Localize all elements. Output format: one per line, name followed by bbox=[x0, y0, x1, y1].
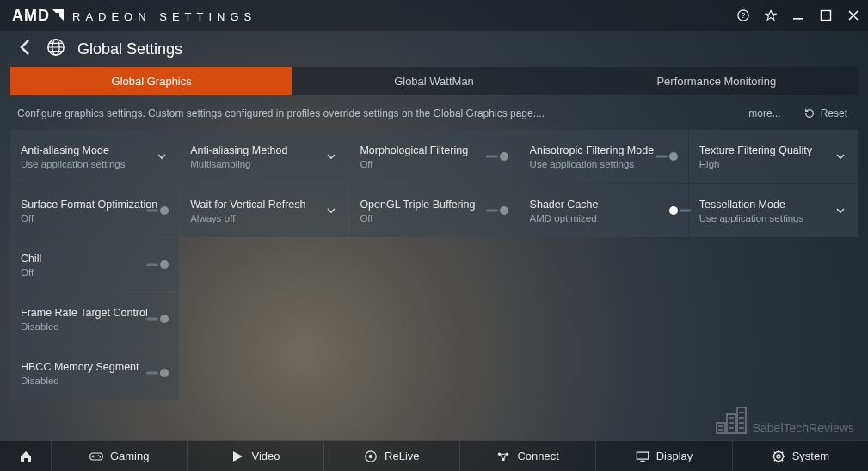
titlebar: AMD RADEON SETTINGS ? bbox=[0, 0, 868, 31]
tab-global-graphics[interactable]: Global Graphics bbox=[10, 67, 292, 95]
amd-logo-text: AMD bbox=[12, 7, 64, 25]
svg-point-21 bbox=[369, 454, 372, 457]
setting-tile[interactable]: HBCC Memory SegmentDisabled bbox=[10, 346, 179, 400]
empty-cell bbox=[180, 292, 348, 346]
help-icon[interactable]: ? bbox=[737, 9, 749, 21]
setting-tile[interactable]: Shader CacheAMD optimized bbox=[520, 184, 688, 237]
favorite-icon[interactable] bbox=[765, 9, 777, 21]
svg-line-32 bbox=[773, 451, 775, 453]
setting-tile[interactable]: Anti-aliasing ModeUse application settin… bbox=[10, 130, 179, 183]
back-button[interactable] bbox=[15, 38, 34, 61]
empty-cell bbox=[520, 346, 688, 400]
setting-label: Surface Format Optimization bbox=[21, 199, 157, 211]
setting-label: Frame Rate Target Control bbox=[21, 307, 148, 319]
chevron-down-icon bbox=[155, 150, 169, 163]
nav-home[interactable] bbox=[0, 441, 52, 471]
toggle-switch[interactable] bbox=[160, 315, 169, 323]
setting-tile[interactable]: Frame Rate Target ControlDisabled bbox=[10, 292, 179, 346]
svg-rect-7 bbox=[727, 414, 736, 433]
bottom-nav: Gaming Video ReLive Connect Display Syst… bbox=[0, 440, 868, 471]
tab-performance-monitoring[interactable]: Performance Monitoring bbox=[576, 67, 858, 95]
setting-tile[interactable]: ChillOff bbox=[10, 238, 179, 291]
empty-cell bbox=[520, 292, 688, 346]
chevron-down-icon bbox=[324, 150, 338, 163]
setting-value: Disabled bbox=[21, 376, 139, 386]
page-heading: Global Settings bbox=[0, 31, 868, 67]
gear-icon bbox=[772, 450, 785, 463]
close-icon[interactable] bbox=[847, 9, 859, 21]
setting-label: Texture Filtering Quality bbox=[699, 144, 812, 156]
minimize-icon[interactable] bbox=[792, 9, 804, 21]
setting-label: Tessellation Mode bbox=[699, 199, 803, 211]
svg-line-33 bbox=[781, 459, 783, 461]
nav-gaming[interactable]: Gaming bbox=[52, 441, 188, 471]
nav-label: Gaming bbox=[110, 450, 150, 462]
maximize-icon[interactable] bbox=[820, 9, 832, 21]
setting-label: OpenGL Triple Buffering bbox=[360, 199, 475, 211]
description-row: Configure graphics settings. Custom sett… bbox=[0, 95, 868, 130]
setting-value: Use application settings bbox=[530, 159, 655, 169]
setting-tile[interactable]: Anisotropic Filtering ModeUse applicatio… bbox=[520, 130, 688, 183]
more-link[interactable]: more... bbox=[748, 107, 780, 119]
watermark-text: BabelTechReviews bbox=[753, 421, 854, 435]
home-icon bbox=[19, 450, 33, 463]
gamepad-icon bbox=[89, 450, 103, 463]
svg-line-35 bbox=[781, 451, 783, 453]
nav-relive[interactable]: ReLive bbox=[324, 441, 460, 471]
setting-tile[interactable]: Surface Format OptimizationOff bbox=[10, 184, 179, 237]
nav-connect[interactable]: Connect bbox=[460, 441, 596, 471]
nav-system[interactable]: System bbox=[733, 441, 868, 471]
setting-value: High bbox=[699, 159, 812, 169]
empty-cell bbox=[520, 238, 688, 291]
nav-label: ReLive bbox=[385, 450, 419, 462]
toggle-switch[interactable] bbox=[160, 206, 169, 215]
setting-label: Morphological Filtering bbox=[360, 144, 468, 156]
nav-video[interactable]: Video bbox=[188, 441, 323, 471]
app-brand: AMD RADEON SETTINGS bbox=[12, 7, 256, 25]
svg-rect-8 bbox=[737, 407, 746, 433]
page-title: Global Settings bbox=[77, 40, 182, 58]
svg-rect-6 bbox=[717, 423, 725, 433]
svg-text:?: ? bbox=[742, 11, 746, 20]
tab-strip: Global Graphics Global WattMan Performan… bbox=[10, 67, 858, 95]
tab-global-wattman[interactable]: Global WattMan bbox=[292, 67, 575, 95]
setting-tile[interactable]: Anti-aliasing MethodMultisampling bbox=[180, 130, 348, 183]
amd-arrow-icon bbox=[52, 7, 64, 25]
setting-tile[interactable]: Morphological FilteringOff bbox=[349, 130, 518, 183]
nav-label: System bbox=[792, 450, 829, 462]
setting-label: Chill bbox=[21, 253, 41, 265]
app-title: RADEON SETTINGS bbox=[72, 10, 256, 23]
toggle-switch[interactable] bbox=[500, 152, 508, 161]
setting-tile[interactable]: Wait for Vertical RefreshAlways off bbox=[180, 184, 348, 237]
setting-value: Use application settings bbox=[21, 159, 125, 169]
setting-value: Multisampling bbox=[190, 159, 287, 169]
empty-cell bbox=[180, 238, 348, 291]
setting-tile[interactable]: OpenGL Triple BufferingOff bbox=[349, 184, 518, 237]
description-text: Configure graphics settings. Custom sett… bbox=[17, 107, 748, 119]
setting-tile[interactable]: Texture Filtering QualityHigh bbox=[689, 130, 858, 183]
setting-value: Always off bbox=[190, 213, 305, 223]
toggle-switch[interactable] bbox=[160, 369, 169, 377]
chevron-down-icon bbox=[324, 204, 338, 217]
reset-button[interactable]: Reset bbox=[803, 107, 847, 119]
setting-label: Anti-aliasing Mode bbox=[21, 144, 125, 156]
setting-value: Off bbox=[21, 267, 41, 278]
svg-line-34 bbox=[773, 459, 775, 461]
setting-label: Wait for Vertical Refresh bbox=[190, 199, 305, 211]
chevron-down-icon bbox=[834, 150, 847, 163]
empty-cell bbox=[689, 238, 858, 291]
empty-cell bbox=[349, 292, 518, 346]
svg-rect-3 bbox=[822, 11, 831, 21]
window-controls: ? bbox=[737, 9, 859, 21]
play-icon bbox=[231, 450, 244, 463]
toggle-switch[interactable] bbox=[669, 152, 678, 161]
empty-cell bbox=[349, 346, 518, 400]
nav-display[interactable]: Display bbox=[596, 441, 732, 471]
watermark-icon bbox=[715, 406, 748, 435]
monitor-icon bbox=[636, 450, 649, 463]
toggle-switch[interactable] bbox=[160, 260, 169, 269]
setting-tile[interactable]: Tessellation ModeUse application setting… bbox=[689, 184, 858, 237]
empty-cell bbox=[689, 292, 858, 346]
toggle-switch[interactable] bbox=[669, 206, 678, 215]
toggle-switch[interactable] bbox=[500, 206, 508, 215]
